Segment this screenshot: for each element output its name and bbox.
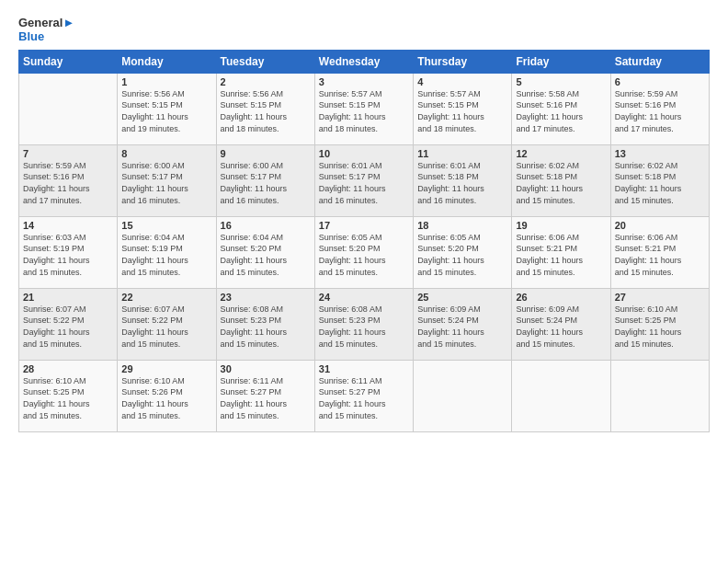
day-number: 1 xyxy=(121,76,211,87)
day-number: 12 xyxy=(516,148,606,159)
day-info: Sunrise: 5:58 AM Sunset: 5:16 PM Dayligh… xyxy=(516,88,606,134)
day-info: Sunrise: 6:10 AM Sunset: 5:26 PM Dayligh… xyxy=(121,375,211,421)
day-number: 7 xyxy=(23,148,113,159)
week-row-2: 7Sunrise: 5:59 AM Sunset: 5:16 PM Daylig… xyxy=(19,144,710,216)
logo: General► Blue xyxy=(18,17,74,44)
day-number: 27 xyxy=(615,292,705,303)
calendar-cell: 5Sunrise: 5:58 AM Sunset: 5:16 PM Daylig… xyxy=(512,73,610,144)
calendar-cell: 24Sunrise: 6:08 AM Sunset: 5:23 PM Dayli… xyxy=(314,288,413,360)
day-info: Sunrise: 5:57 AM Sunset: 5:15 PM Dayligh… xyxy=(417,88,507,134)
day-info: Sunrise: 6:08 AM Sunset: 5:23 PM Dayligh… xyxy=(319,304,409,350)
day-info: Sunrise: 6:05 AM Sunset: 5:20 PM Dayligh… xyxy=(319,232,409,278)
day-info: Sunrise: 6:08 AM Sunset: 5:23 PM Dayligh… xyxy=(221,304,311,350)
page: General► Blue SundayMondayTuesdayWednesd… xyxy=(0,0,728,563)
calendar-cell: 6Sunrise: 5:59 AM Sunset: 5:16 PM Daylig… xyxy=(610,73,709,144)
day-info: Sunrise: 6:11 AM Sunset: 5:27 PM Dayligh… xyxy=(221,375,311,421)
day-number: 25 xyxy=(417,292,507,303)
calendar-cell: 21Sunrise: 6:07 AM Sunset: 5:22 PM Dayli… xyxy=(19,288,118,360)
header-cell-wednesday: Wednesday xyxy=(314,50,413,73)
calendar-cell xyxy=(512,360,610,431)
day-info: Sunrise: 6:07 AM Sunset: 5:22 PM Dayligh… xyxy=(121,304,211,350)
calendar-cell: 8Sunrise: 6:00 AM Sunset: 5:17 PM Daylig… xyxy=(118,144,216,216)
day-info: Sunrise: 6:04 AM Sunset: 5:20 PM Dayligh… xyxy=(221,232,311,278)
logo-line1: General► xyxy=(18,17,74,30)
header: General► Blue xyxy=(18,17,710,44)
calendar-cell: 15Sunrise: 6:04 AM Sunset: 5:19 PM Dayli… xyxy=(118,216,216,288)
day-number: 20 xyxy=(615,220,705,231)
day-number: 10 xyxy=(319,148,409,159)
day-info: Sunrise: 6:00 AM Sunset: 5:17 PM Dayligh… xyxy=(221,160,311,206)
header-cell-sunday: Sunday xyxy=(19,50,118,73)
day-number: 15 xyxy=(121,220,211,231)
calendar-cell: 12Sunrise: 6:02 AM Sunset: 5:18 PM Dayli… xyxy=(512,144,610,216)
header-cell-monday: Monday xyxy=(118,50,216,73)
day-number: 17 xyxy=(319,220,409,231)
day-number: 31 xyxy=(319,363,409,374)
calendar-cell: 18Sunrise: 6:05 AM Sunset: 5:20 PM Dayli… xyxy=(414,216,512,288)
day-info: Sunrise: 6:06 AM Sunset: 5:21 PM Dayligh… xyxy=(516,232,606,278)
day-number: 28 xyxy=(23,363,113,374)
day-number: 30 xyxy=(221,363,311,374)
header-cell-saturday: Saturday xyxy=(610,50,709,73)
calendar-cell: 17Sunrise: 6:05 AM Sunset: 5:20 PM Dayli… xyxy=(314,216,413,288)
header-cell-tuesday: Tuesday xyxy=(216,50,314,73)
week-row-1: 1Sunrise: 5:56 AM Sunset: 5:15 PM Daylig… xyxy=(19,73,710,144)
day-info: Sunrise: 6:06 AM Sunset: 5:21 PM Dayligh… xyxy=(615,232,705,278)
calendar-cell: 14Sunrise: 6:03 AM Sunset: 5:19 PM Dayli… xyxy=(19,216,118,288)
day-info: Sunrise: 6:05 AM Sunset: 5:20 PM Dayligh… xyxy=(417,232,507,278)
week-row-4: 21Sunrise: 6:07 AM Sunset: 5:22 PM Dayli… xyxy=(19,288,710,360)
day-number: 3 xyxy=(319,76,409,87)
calendar-cell: 20Sunrise: 6:06 AM Sunset: 5:21 PM Dayli… xyxy=(610,216,709,288)
calendar-cell: 1Sunrise: 5:56 AM Sunset: 5:15 PM Daylig… xyxy=(118,73,216,144)
day-number: 6 xyxy=(615,76,705,87)
day-info: Sunrise: 6:01 AM Sunset: 5:17 PM Dayligh… xyxy=(319,160,409,206)
day-number: 22 xyxy=(121,292,211,303)
day-number: 8 xyxy=(121,148,211,159)
calendar-cell xyxy=(610,360,709,431)
day-number: 24 xyxy=(319,292,409,303)
calendar-cell: 29Sunrise: 6:10 AM Sunset: 5:26 PM Dayli… xyxy=(118,360,216,431)
day-number: 23 xyxy=(221,292,311,303)
day-info: Sunrise: 6:09 AM Sunset: 5:24 PM Dayligh… xyxy=(417,304,507,350)
day-info: Sunrise: 5:56 AM Sunset: 5:15 PM Dayligh… xyxy=(121,88,211,134)
day-info: Sunrise: 6:00 AM Sunset: 5:17 PM Dayligh… xyxy=(121,160,211,206)
day-info: Sunrise: 5:57 AM Sunset: 5:15 PM Dayligh… xyxy=(319,88,409,134)
day-number: 9 xyxy=(221,148,311,159)
day-info: Sunrise: 5:56 AM Sunset: 5:15 PM Dayligh… xyxy=(221,88,311,134)
day-number: 21 xyxy=(23,292,113,303)
calendar-cell: 31Sunrise: 6:11 AM Sunset: 5:27 PM Dayli… xyxy=(314,360,413,431)
logo-line2: Blue xyxy=(18,30,74,44)
day-info: Sunrise: 6:11 AM Sunset: 5:27 PM Dayligh… xyxy=(319,375,409,421)
calendar-cell: 3Sunrise: 5:57 AM Sunset: 5:15 PM Daylig… xyxy=(314,73,413,144)
day-number: 14 xyxy=(23,220,113,231)
week-row-3: 14Sunrise: 6:03 AM Sunset: 5:19 PM Dayli… xyxy=(19,216,710,288)
calendar-cell: 2Sunrise: 5:56 AM Sunset: 5:15 PM Daylig… xyxy=(216,73,314,144)
day-info: Sunrise: 5:59 AM Sunset: 5:16 PM Dayligh… xyxy=(615,88,705,134)
calendar-table: SundayMondayTuesdayWednesdayThursdayFrid… xyxy=(18,50,710,432)
calendar-cell xyxy=(414,360,512,431)
calendar-cell xyxy=(19,73,118,144)
day-info: Sunrise: 5:59 AM Sunset: 5:16 PM Dayligh… xyxy=(23,160,113,206)
calendar-cell: 28Sunrise: 6:10 AM Sunset: 5:25 PM Dayli… xyxy=(19,360,118,431)
calendar-cell: 19Sunrise: 6:06 AM Sunset: 5:21 PM Dayli… xyxy=(512,216,610,288)
day-info: Sunrise: 6:02 AM Sunset: 5:18 PM Dayligh… xyxy=(516,160,606,206)
header-cell-friday: Friday xyxy=(512,50,610,73)
calendar-cell: 16Sunrise: 6:04 AM Sunset: 5:20 PM Dayli… xyxy=(216,216,314,288)
day-number: 26 xyxy=(516,292,606,303)
day-number: 16 xyxy=(221,220,311,231)
header-cell-thursday: Thursday xyxy=(414,50,512,73)
calendar-cell: 11Sunrise: 6:01 AM Sunset: 5:18 PM Dayli… xyxy=(414,144,512,216)
day-number: 29 xyxy=(121,363,211,374)
calendar-cell: 22Sunrise: 6:07 AM Sunset: 5:22 PM Dayli… xyxy=(118,288,216,360)
day-number: 18 xyxy=(417,220,507,231)
calendar-cell: 13Sunrise: 6:02 AM Sunset: 5:18 PM Dayli… xyxy=(610,144,709,216)
calendar-cell: 27Sunrise: 6:10 AM Sunset: 5:25 PM Dayli… xyxy=(610,288,709,360)
day-info: Sunrise: 6:04 AM Sunset: 5:19 PM Dayligh… xyxy=(121,232,211,278)
calendar-cell: 26Sunrise: 6:09 AM Sunset: 5:24 PM Dayli… xyxy=(512,288,610,360)
day-number: 11 xyxy=(417,148,507,159)
day-info: Sunrise: 6:10 AM Sunset: 5:25 PM Dayligh… xyxy=(23,375,113,421)
calendar-cell: 4Sunrise: 5:57 AM Sunset: 5:15 PM Daylig… xyxy=(414,73,512,144)
day-number: 19 xyxy=(516,220,606,231)
day-info: Sunrise: 6:01 AM Sunset: 5:18 PM Dayligh… xyxy=(417,160,507,206)
day-number: 2 xyxy=(221,76,311,87)
